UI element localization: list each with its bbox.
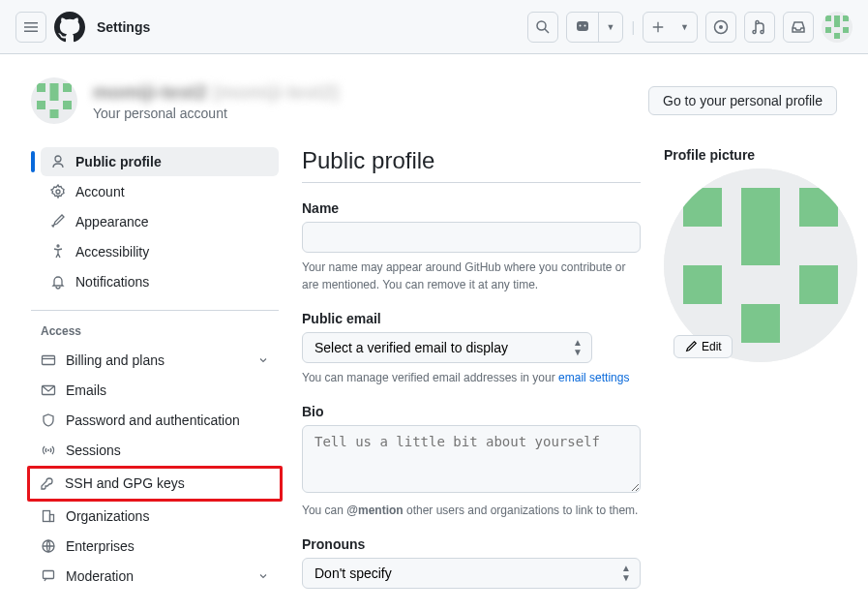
header-avatar[interactable]	[31, 77, 77, 124]
paintbrush-icon	[50, 214, 66, 229]
report-icon	[41, 568, 56, 584]
search-icon	[535, 19, 551, 35]
nav-label: Enterprises	[66, 538, 135, 554]
hamburger-button[interactable]	[15, 12, 46, 43]
svg-rect-15	[50, 109, 59, 118]
email-select[interactable]: Select a verified email to display	[302, 332, 592, 363]
github-logo[interactable]	[54, 12, 85, 43]
nav-notifications[interactable]: Notifications	[41, 267, 279, 296]
pronouns-select[interactable]: Don't specify	[302, 558, 641, 589]
svg-rect-25	[799, 188, 838, 227]
svg-point-1	[719, 25, 723, 29]
copilot-icon	[575, 19, 590, 35]
nav-account[interactable]: Account	[41, 177, 279, 206]
svg-rect-3	[825, 15, 831, 21]
svg-rect-28	[799, 265, 838, 304]
inbox-icon	[791, 19, 806, 35]
nav-organizations[interactable]: Organizations	[31, 502, 279, 531]
nav-password[interactable]: Password and authentication	[31, 406, 279, 435]
copilot-menu[interactable]: ▼	[566, 12, 624, 43]
nav-label: Account	[75, 184, 125, 199]
nav-accessibility[interactable]: Accessibility	[41, 237, 279, 266]
svg-rect-8	[834, 33, 840, 39]
settings-sidebar: Public profile Account Appearance Access…	[31, 147, 279, 606]
highlight-ssh-gpg: SSH and GPG keys	[27, 466, 283, 502]
go-to-profile-button[interactable]: Go to your personal profile	[648, 86, 837, 115]
bell-icon	[50, 274, 66, 290]
nav-emails[interactable]: Emails	[31, 376, 279, 405]
email-settings-link[interactable]: email settings	[558, 371, 629, 384]
svg-point-18	[47, 449, 49, 451]
page-title: Public profile	[302, 147, 641, 183]
name-label: Name	[302, 200, 641, 216]
nav-label: Emails	[66, 382, 106, 398]
profile-picture-label: Profile picture	[664, 147, 857, 163]
svg-rect-6	[825, 27, 831, 33]
gear-icon	[50, 184, 66, 199]
issues-button[interactable]	[705, 12, 736, 43]
create-menu[interactable]: ▼	[643, 12, 698, 43]
nav-label: Appearance	[75, 214, 149, 229]
person-icon	[50, 154, 66, 169]
nav-label: Notifications	[75, 274, 149, 290]
nav-heading-access: Access	[31, 324, 279, 346]
nav-label: Public profile	[75, 154, 162, 169]
svg-rect-4	[843, 15, 849, 21]
avatar-icon	[664, 168, 857, 362]
globe-icon	[41, 538, 56, 554]
avatar-icon	[31, 77, 77, 124]
broadcast-icon	[41, 443, 56, 458]
email-label: Public email	[302, 311, 641, 326]
svg-rect-27	[683, 265, 722, 304]
name-hint: Your name may appear around GitHub where…	[302, 259, 641, 293]
nav-label: Password and authentication	[66, 412, 240, 428]
pronouns-label: Pronouns	[302, 536, 641, 552]
nav-public-profile[interactable]: Public profile	[41, 147, 279, 176]
svg-rect-22	[44, 571, 54, 579]
pull-request-icon	[752, 19, 767, 35]
nav-label: Accessibility	[75, 244, 149, 260]
shield-icon	[41, 412, 56, 428]
svg-rect-24	[683, 188, 722, 227]
svg-rect-5	[834, 15, 840, 27]
credit-card-icon	[41, 352, 56, 368]
nav-moderation[interactable]: Moderation	[31, 562, 279, 591]
pencil-icon	[684, 340, 698, 353]
nav-ssh-gpg[interactable]: SSH and GPG keys	[30, 469, 280, 498]
nav-label: Billing and plans	[66, 352, 165, 368]
nav-label: Organizations	[66, 508, 149, 524]
nav-enterprises[interactable]: Enterprises	[31, 532, 279, 561]
topbar-title: Settings	[97, 19, 150, 35]
plus-icon	[651, 20, 665, 34]
nav-label: Moderation	[66, 568, 134, 584]
svg-rect-20	[50, 515, 54, 522]
pull-requests-button[interactable]	[744, 12, 775, 43]
chevron-down-icon	[257, 570, 269, 582]
svg-rect-16	[43, 356, 55, 365]
svg-rect-10	[37, 83, 45, 92]
nav-billing[interactable]: Billing and plans	[31, 346, 279, 375]
accessibility-icon	[50, 244, 66, 260]
user-avatar-menu[interactable]	[822, 12, 853, 43]
inbox-button[interactable]	[783, 12, 814, 43]
svg-rect-26	[741, 188, 780, 265]
svg-rect-13	[37, 101, 45, 109]
bio-textarea[interactable]	[302, 425, 641, 493]
svg-rect-29	[741, 304, 780, 343]
search-button[interactable]	[527, 12, 558, 43]
key-icon	[40, 475, 55, 491]
svg-rect-7	[843, 27, 849, 33]
mail-icon	[41, 382, 56, 398]
svg-rect-11	[63, 83, 72, 92]
nav-appearance[interactable]: Appearance	[41, 207, 279, 236]
hamburger-icon	[23, 19, 39, 35]
topbar: Settings ▼ | ▼	[0, 0, 868, 54]
header-username: momiji-test2 (momiji-test2)	[93, 81, 633, 104]
nav-sessions[interactable]: Sessions	[31, 436, 279, 465]
name-input[interactable]	[302, 222, 641, 253]
profile-picture[interactable]	[664, 168, 857, 362]
edit-avatar-button[interactable]: Edit	[673, 335, 733, 358]
nav-label: SSH and GPG keys	[65, 475, 185, 491]
bio-label: Bio	[302, 404, 641, 419]
avatar-icon	[822, 12, 853, 43]
